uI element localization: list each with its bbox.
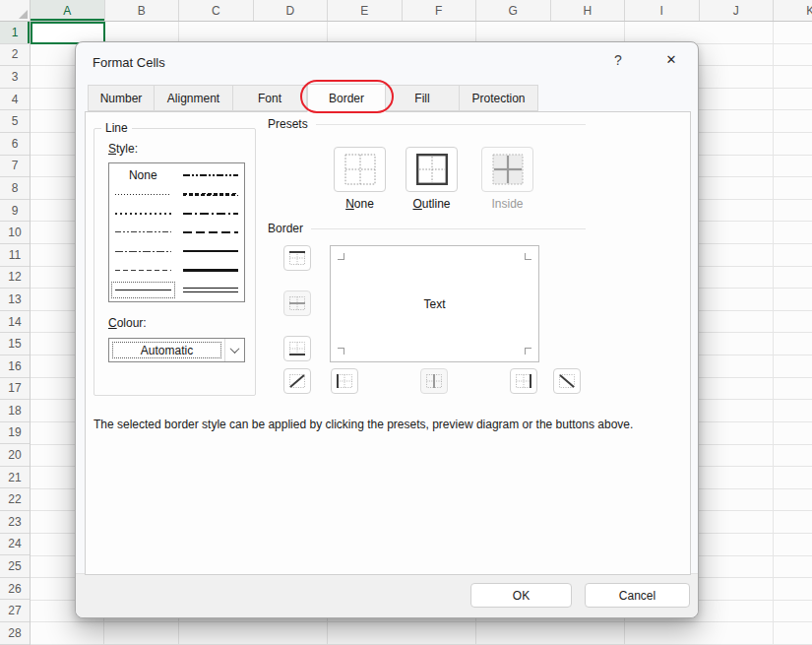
line-style-option-dash[interactable]	[110, 261, 176, 280]
tab-border[interactable]: Border	[307, 84, 386, 112]
tab-protection[interactable]: Protection	[460, 85, 538, 111]
row-header-5[interactable]: 5	[0, 110, 30, 133]
row-header-20[interactable]: 20	[0, 444, 30, 467]
row-header-9[interactable]: 9	[0, 200, 30, 223]
line-style-sample-med-solid	[183, 250, 239, 252]
preset-button-outline[interactable]	[406, 147, 458, 192]
row-header-21[interactable]: 21	[0, 467, 30, 489]
row-header-12[interactable]: 12	[0, 267, 30, 290]
row-header-25[interactable]: 25	[0, 555, 30, 578]
tab-alignment[interactable]: Alignment	[155, 85, 233, 111]
column-header-d[interactable]: D	[254, 0, 329, 21]
column-headers: ABCDEFGHIJK	[0, 0, 812, 22]
select-all-corner[interactable]	[0, 0, 31, 21]
border-button-left[interactable]	[331, 368, 358, 394]
tab-font[interactable]: Font	[233, 85, 307, 111]
line-style-option-dot[interactable]	[110, 204, 176, 223]
column-header-g[interactable]: G	[476, 0, 551, 21]
preset-label-none: None	[334, 197, 386, 211]
row-header-1[interactable]: 1	[0, 22, 30, 44]
row-header-19[interactable]: 19	[0, 422, 30, 445]
border-button-bottom[interactable]	[283, 336, 311, 361]
line-style-option-double[interactable]	[178, 281, 244, 299]
line-style-none-label: None	[115, 168, 171, 182]
column-header-c[interactable]: C	[179, 0, 254, 21]
line-style-option-dash-dot[interactable]	[110, 242, 176, 261]
border-section-header: Border	[268, 222, 586, 235]
border-preview[interactable]: Text	[330, 245, 539, 362]
line-style-option-dash-dot-dot[interactable]	[110, 223, 176, 241]
line-style-option-fine-dot[interactable]	[110, 184, 176, 203]
border-button-right[interactable]	[510, 368, 537, 394]
row-header-7[interactable]: 7	[0, 156, 30, 178]
preset-label-outline: Outline	[406, 197, 458, 211]
border-button-diag-up[interactable]	[283, 368, 311, 394]
row-header-14[interactable]: 14	[0, 311, 30, 334]
tab-number[interactable]: Number	[88, 85, 155, 111]
presets-rule	[316, 124, 586, 125]
help-icon[interactable]: ?	[608, 52, 628, 68]
column-header-j[interactable]: J	[700, 0, 775, 21]
row-header-8[interactable]: 8	[0, 177, 30, 200]
row-headers: 1234567891011121314151617181920212223242…	[0, 22, 31, 645]
line-style-option-thick-solid[interactable]	[178, 261, 244, 280]
row-header-2[interactable]: 2	[0, 44, 30, 67]
row-header-23[interactable]: 23	[0, 511, 30, 534]
column-header-b[interactable]: B	[105, 0, 180, 21]
preset-outline-icon	[415, 153, 449, 186]
preview-corner-mark	[338, 253, 344, 260]
help-note: The selected border style can be applied…	[94, 418, 684, 431]
row-header-3[interactable]: 3	[0, 66, 30, 89]
line-style-sample-thin-solid	[115, 290, 171, 290]
line-style-sample-dash-dot	[115, 251, 171, 252]
border-tab-panel: Line Style: None Colour: Automatic Prese…	[85, 111, 691, 575]
line-style-option-med-solid[interactable]	[178, 242, 244, 261]
column-header-a[interactable]: A	[31, 0, 105, 21]
line-style-option-med-dash-dot[interactable]	[178, 204, 244, 223]
colour-dropdown[interactable]: Automatic	[108, 338, 245, 362]
line-style-listbox[interactable]: None	[108, 162, 245, 302]
border-button-diag-down[interactable]	[553, 368, 581, 394]
column-header-e[interactable]: E	[328, 0, 403, 21]
border-right-icon	[515, 373, 532, 389]
row-header-28[interactable]: 28	[0, 622, 30, 645]
row-header-13[interactable]: 13	[0, 289, 30, 311]
preset-button-inside	[481, 147, 533, 192]
ok-button[interactable]: OK	[470, 583, 572, 608]
row-header-16[interactable]: 16	[0, 355, 30, 378]
style-label: Style:	[108, 142, 138, 156]
row-header-4[interactable]: 4	[0, 89, 30, 111]
line-style-option-med-dash[interactable]	[178, 223, 244, 241]
line-style-option-med-dash-dot-dot[interactable]	[178, 165, 244, 184]
preset-button-none[interactable]	[334, 147, 386, 192]
row-header-22[interactable]: 22	[0, 488, 30, 511]
row-header-24[interactable]: 24	[0, 534, 30, 556]
row-header-6[interactable]: 6	[0, 133, 30, 156]
line-style-option-thin-solid[interactable]	[110, 281, 176, 299]
row-header-26[interactable]: 26	[0, 578, 30, 601]
column-header-k[interactable]: K	[774, 0, 812, 21]
line-style-option-slant-dash[interactable]	[178, 184, 244, 203]
row-header-15[interactable]: 15	[0, 333, 30, 355]
line-style-sample-double	[183, 288, 239, 292]
line-style-sample-med-dash-dot	[183, 213, 239, 215]
border-button-top[interactable]	[283, 245, 311, 271]
dialog-tab-strip: NumberAlignmentFontBorderFillProtection	[88, 85, 538, 112]
preview-corner-mark	[338, 348, 344, 355]
row-header-17[interactable]: 17	[0, 378, 30, 401]
cancel-button[interactable]: Cancel	[585, 583, 690, 608]
close-icon[interactable]: ✕	[660, 52, 682, 67]
row-header-10[interactable]: 10	[0, 222, 30, 244]
row-header-18[interactable]: 18	[0, 400, 30, 422]
tab-fill[interactable]: Fill	[386, 85, 460, 111]
row-header-27[interactable]: 27	[0, 600, 30, 622]
row-header-11[interactable]: 11	[0, 244, 30, 267]
dialog-title: Format Cells	[93, 55, 165, 70]
border-rule	[311, 228, 586, 229]
column-header-h[interactable]: H	[551, 0, 626, 21]
column-header-f[interactable]: F	[403, 0, 477, 21]
line-style-option-none[interactable]: None	[110, 165, 176, 184]
chevron-down-icon[interactable]	[224, 339, 244, 361]
column-header-i[interactable]: I	[625, 0, 700, 21]
border-label: Border	[268, 222, 303, 235]
